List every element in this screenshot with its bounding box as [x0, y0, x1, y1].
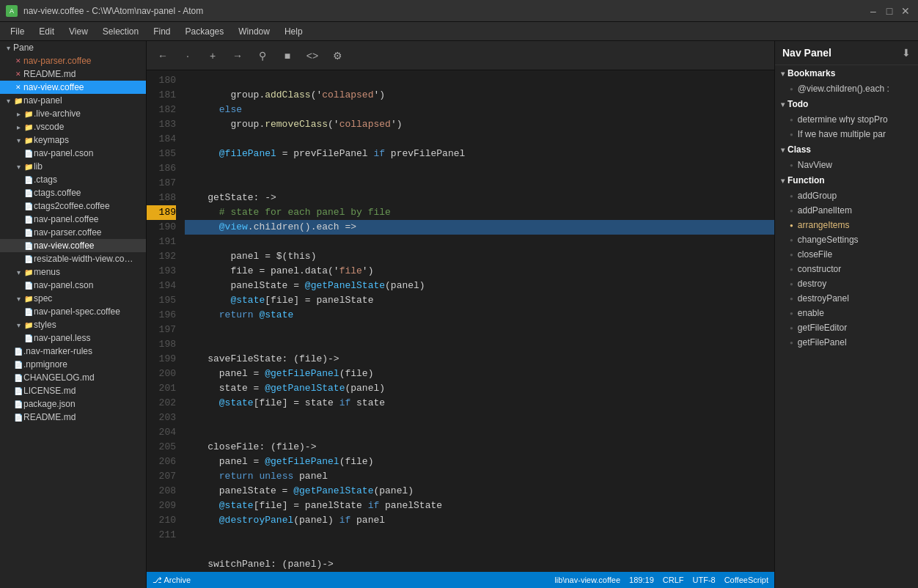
lib-label: lib — [34, 161, 43, 172]
navview-bullet-icon: ● — [790, 162, 793, 169]
settings-button[interactable]: ⚙ — [327, 45, 348, 66]
folder-icon: ▾ — [3, 43, 13, 53]
sidebar-item-nav-panel-folder[interactable]: ▾ 📁 nav-panel — [0, 94, 146, 107]
menu-packages[interactable]: Packages — [178, 25, 232, 38]
nav-item-getFileEditor[interactable]: ● getFileEditor — [775, 320, 918, 335]
sidebar-item-package-json[interactable]: 📄 package.json — [0, 397, 146, 411]
sidebar-item-nav-parser-coffee[interactable]: 📄 nav-parser.coffee — [0, 226, 146, 239]
menu-help[interactable]: Help — [277, 25, 310, 38]
sidebar-item-nav-marker-rules[interactable]: 📄 .nav-marker-rules — [0, 345, 146, 358]
close-button[interactable]: ✕ — [899, 4, 912, 18]
nav-view-coffee-label: nav-view.coffee — [34, 240, 95, 251]
nav-download-button[interactable]: ⬇ — [902, 47, 911, 59]
sidebar-item-nav-parser-tab[interactable]: ✕ nav-parser.coffee — [0, 54, 146, 67]
nav-panel-less-icon: 📄 — [23, 333, 34, 343]
forward-button[interactable]: → — [227, 45, 248, 66]
status-charset[interactable]: UTF-8 — [693, 576, 716, 584]
sidebar-item-nav-panel-cson[interactable]: 📄 nav-panel.cson — [0, 147, 146, 160]
nav-item-closeFile[interactable]: ● closeFile — [775, 247, 918, 262]
sidebar-item-nav-view-tab[interactable]: ✕ nav-view.coffee — [0, 81, 146, 94]
nav-section-function-header[interactable]: ▾ Function — [775, 172, 918, 188]
enable-label: enable — [798, 308, 824, 318]
sidebar-item-nav-panel-less[interactable]: 📄 nav-panel.less — [0, 331, 146, 345]
sidebar-item-pane[interactable]: ▾ Pane — [0, 41, 146, 54]
sidebar-item-ctags2coffee[interactable]: 📄 ctags2coffee.coffee — [0, 199, 146, 213]
nav-item-arrangeItems[interactable]: ● arrangeItems — [775, 218, 918, 232]
nav-parser-coffee-label: nav-parser.coffee — [34, 227, 102, 238]
ctags-label: .ctags — [34, 174, 57, 185]
readme2-icon: 📄 — [13, 412, 23, 422]
nav-item-todo-2[interactable]: ● If we have multiple par — [775, 127, 918, 142]
nav-item-changeSettings[interactable]: ● changeSettings — [775, 232, 918, 247]
addGroup-bullet-icon: ● — [790, 193, 793, 199]
status-encoding[interactable]: CRLF — [663, 576, 684, 584]
sidebar-item-keymaps[interactable]: ▾ 📁 keymaps — [0, 133, 146, 147]
close-x-active-icon[interactable]: ✕ — [13, 82, 23, 92]
live-archive-folder-icon: 📁 — [23, 109, 34, 119]
nav-item-constructor[interactable]: ● constructor — [775, 262, 918, 276]
menu-find[interactable]: Find — [146, 25, 177, 38]
menu-view[interactable]: View — [62, 25, 95, 38]
styles-label: styles — [34, 320, 56, 330]
close-x-icon[interactable]: ✕ — [13, 56, 23, 66]
menu-window[interactable]: Window — [231, 25, 277, 38]
sidebar-item-npmignore[interactable]: 📄 .npmignore — [0, 358, 146, 371]
nav-item-addGroup[interactable]: ● addGroup — [775, 188, 918, 203]
maximize-button[interactable]: □ — [883, 4, 896, 18]
sidebar-item-license[interactable]: 📄 LICENSE.md — [0, 384, 146, 397]
add-button[interactable]: + — [202, 45, 223, 66]
menu-selection[interactable]: Selection — [95, 25, 146, 38]
minimize-button[interactable]: – — [867, 4, 880, 18]
window-controls: – □ ✕ — [867, 4, 912, 18]
code-container: 180 181 182 183 184 185 186 187 188 189 … — [147, 70, 774, 572]
sidebar-item-vscode[interactable]: ▸ 📁 .vscode — [0, 120, 146, 133]
menus-folder-icon: 📁 — [23, 267, 34, 277]
nav-section-todo-header[interactable]: ▾ Todo — [775, 96, 918, 112]
nav-item-getFilePanel[interactable]: ● getFilePanel — [775, 335, 918, 350]
nav-item-destroy[interactable]: ● destroy — [775, 276, 918, 291]
sidebar-item-live-archive[interactable]: ▸ 📁 .live-archive — [0, 107, 146, 120]
sidebar-item-menus-cson[interactable]: 📄 nav-panel.cson — [0, 279, 146, 292]
sidebar-item-nav-panel-spec[interactable]: 📄 nav-panel-spec.coffee — [0, 305, 146, 318]
close-x-icon2[interactable]: ✕ — [13, 69, 23, 79]
status-branch[interactable]: ⎇ Archive — [153, 576, 191, 585]
forward-small-button[interactable]: · — [177, 45, 198, 66]
keymaps-folder-icon: 📁 — [23, 135, 34, 145]
sidebar-item-readme2[interactable]: 📄 README.md — [0, 411, 146, 424]
sidebar-item-ctags[interactable]: 📄 .ctags — [0, 173, 146, 186]
sidebar-item-styles[interactable]: ▾ 📁 styles — [0, 318, 146, 331]
nav-item-navview[interactable]: ● NavView — [775, 158, 918, 172]
nav-section-class-header[interactable]: ▾ Class — [775, 142, 918, 158]
sidebar: ▾ Pane ✕ nav-parser.coffee ✕ README.md ✕… — [0, 41, 147, 588]
nav-item-addPanelItem[interactable]: ● addPanelItem — [775, 203, 918, 218]
getFileEditor-bullet-icon: ● — [790, 325, 793, 331]
sidebar-item-spec[interactable]: ▾ 📁 spec — [0, 292, 146, 305]
back-button[interactable]: ← — [153, 45, 173, 66]
sidebar-item-lib[interactable]: ▾ 📁 lib — [0, 160, 146, 173]
todo-chevron-icon: ▾ — [781, 100, 785, 109]
status-file[interactable]: lib\nav-view.coffee — [554, 576, 620, 584]
code-editor[interactable]: group.addClass('collapsed') else group.r… — [179, 70, 774, 572]
sidebar-item-changelog[interactable]: 📄 CHANGELOG.md — [0, 371, 146, 384]
sidebar-item-nav-view-coffee[interactable]: 📄 nav-view.coffee — [0, 239, 146, 252]
sidebar-item-resizable[interactable]: 📄 resizable-width-view.co… — [0, 252, 146, 265]
menu-file[interactable]: File — [3, 25, 32, 38]
nav-item-destroyPanel[interactable]: ● destroyPanel — [775, 291, 918, 306]
menu-edit[interactable]: Edit — [32, 25, 62, 38]
status-cursor[interactable]: 189:19 — [629, 576, 654, 584]
sidebar-item-readme-tab[interactable]: ✕ README.md — [0, 67, 146, 81]
code-button[interactable]: <> — [302, 45, 323, 66]
nav-item-todo-1[interactable]: ● determine why stopPro — [775, 112, 918, 127]
resizable-label: resizable-width-view.co… — [34, 254, 133, 264]
sidebar-item-menus[interactable]: ▾ 📁 menus — [0, 265, 146, 279]
nav-item-bookmark-1[interactable]: ● @view.children().each : — [775, 81, 918, 96]
sidebar-item-ctags-coffee[interactable]: 📄 ctags.coffee — [0, 186, 146, 199]
getFileEditor-label: getFileEditor — [798, 323, 847, 333]
bookmark-button[interactable]: ⚲ — [252, 45, 273, 66]
stop-button[interactable]: ■ — [277, 45, 298, 66]
sidebar-item-nav-panel-coffee[interactable]: 📄 nav-panel.coffee — [0, 213, 146, 226]
nav-section-bookmarks-header[interactable]: ▾ Bookmarks — [775, 65, 918, 81]
status-language[interactable]: CoffeeScript — [724, 576, 768, 584]
toolbar: ← · + → ⚲ ■ <> ⚙ — [147, 41, 774, 70]
nav-item-enable[interactable]: ● enable — [775, 306, 918, 320]
